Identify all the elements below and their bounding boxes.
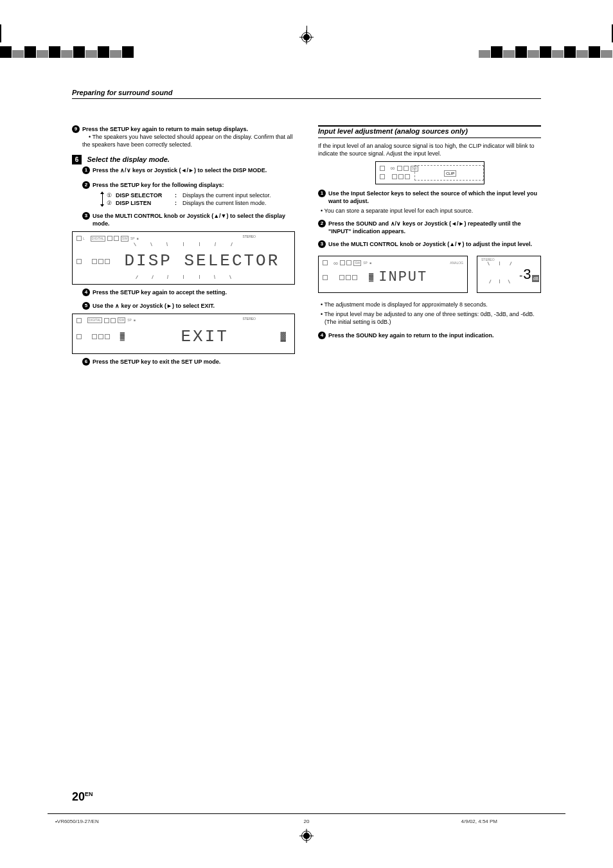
footer-rule	[48, 813, 565, 814]
step-9-icon: 9	[72, 125, 80, 133]
substep-5-icon: 5	[82, 302, 90, 310]
input-level-intro: If the input level of an analog source s…	[318, 142, 541, 157]
right-bullet-2: • The input level may be adjusted to any…	[318, 310, 541, 326]
select-display-mode-heading: Select the display mode.	[87, 155, 170, 163]
registration-mark-bottom	[299, 829, 314, 843]
lcd-disp-selector: L DIGITAL SW SP ■ STEREO DISP SELECTOR	[72, 231, 295, 285]
lcd-exit: DIGITAL SW SP ■ STEREO ▓ EXIT ▓	[72, 314, 295, 354]
footer-left: •VR6050/19-27/EN	[55, 819, 99, 824]
right-bullet-1: • The adjustment mode is displayed for a…	[318, 301, 541, 308]
lcd-input-text: INPUT	[378, 268, 427, 287]
right-step-1-bullet: • You can store a separate input level f…	[318, 207, 541, 215]
section-header: Preparing for surround sound	[72, 89, 541, 99]
lcd-value: 3	[523, 266, 531, 285]
selector-table: ① DISP SELECTOR : Displays the current i…	[100, 191, 295, 207]
right-step-2-head: Press the SOUND and ∧/∨ keys or Joystick…	[328, 220, 541, 235]
substep-4-icon: 4	[82, 288, 90, 296]
row2-label: DISP LISTEN	[116, 199, 175, 207]
page-number: 20EN	[72, 790, 93, 804]
substep-1-icon: 1	[82, 166, 90, 174]
substep-2-icon: 2	[82, 181, 90, 189]
substep-5-text: Use the ∧ key or Joystick (►) to select …	[93, 302, 295, 310]
lcd-input: ∞ SW SP ■ ANALOG ▓ INPUT	[318, 256, 468, 293]
step-6-box: 6	[72, 155, 82, 164]
row2-num: ②	[107, 199, 116, 207]
left-column: 9 Press the SETUP key again to return to…	[72, 125, 295, 366]
substep-6-icon: 6	[82, 358, 90, 366]
row2-desc: Displays the current listen mode.	[182, 199, 271, 207]
lcd2-stereo: STEREO	[242, 317, 256, 321]
substep-3-text: Use the MULTI CONTROL knob or Joystick (…	[93, 212, 295, 227]
right-column: Input level adjustment (analog sources o…	[318, 125, 541, 366]
right-step-1-head: Use the Input Selector keys to select th…	[328, 190, 537, 204]
right-step-3-head: Use the MULTI CONTROL knob or Joystick (…	[328, 240, 541, 248]
section-title: Preparing for surround sound	[72, 89, 541, 96]
substep-1-text: Press the ∧/∨ keys or Joystick (◄/►) to …	[93, 166, 295, 174]
substep-3-icon: 3	[82, 212, 90, 220]
lcd-stereo-label: STEREO	[242, 235, 256, 239]
right-step-2-icon: 2	[318, 220, 326, 227]
step-9-head: Press the SETUP key again to return to m…	[82, 126, 248, 132]
footer-right: 4/9/02, 4:54 PM	[461, 819, 497, 824]
lcd-input-level: STEREO - 3 dB	[477, 256, 541, 293]
row1-num: ①	[107, 191, 116, 199]
row1-label: DISP SELECTOR	[116, 191, 175, 199]
right-step-4-icon: 4	[318, 332, 326, 339]
lcd-unit: dB	[532, 275, 539, 282]
lcd1-text: DISP SELECTOR	[114, 250, 290, 272]
right-step-3-icon: 3	[318, 240, 326, 248]
registration-line	[306, 26, 307, 42]
substep-4-text: Press the SETUP key again to accept the …	[93, 288, 295, 296]
right-step-4-head: Press the SOUND key again to return to t…	[328, 332, 541, 339]
row1-desc: Displays the current input selector.	[182, 191, 271, 199]
step-9-bullet: • The speakers you have selected should …	[82, 134, 293, 148]
right-step-1-icon: 1	[318, 190, 326, 197]
input-level-heading: Input level adjustment (analog sources o…	[318, 127, 541, 138]
lcd-clip: ∞ SW CLIP	[375, 161, 484, 184]
lcd2-text: EXIT	[129, 326, 281, 348]
substep-6-text: Press the SETUP key to exit the SET UP m…	[93, 358, 295, 366]
substep-2-text: Press the SETUP key for the following di…	[93, 181, 295, 189]
footer-center: 20	[304, 819, 310, 824]
